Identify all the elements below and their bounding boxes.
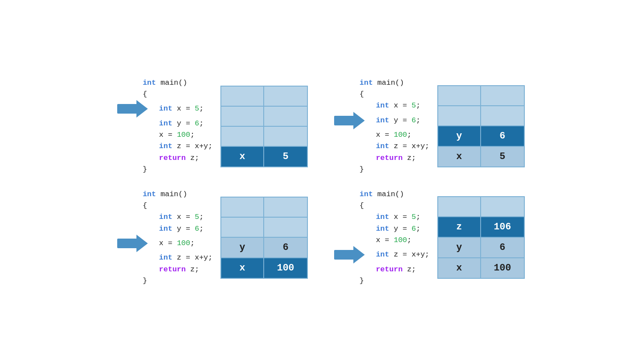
var-name-cell: y <box>438 126 481 146</box>
memory-row <box>438 106 524 126</box>
code-token: ; <box>416 211 420 223</box>
var-name-cell: x <box>221 147 264 166</box>
empty-cell <box>438 197 481 216</box>
code-token: y = <box>389 223 412 235</box>
code-line: { <box>117 200 213 211</box>
memory-row: x5 <box>221 147 307 166</box>
code-block: int main(){int x = 5;int y = 6;x = 100;i… <box>117 189 213 287</box>
code-token: 6 <box>195 223 199 235</box>
memory-table: z106y6x100 <box>437 196 525 279</box>
code-token: int <box>159 141 173 152</box>
code-token: } <box>359 164 364 175</box>
code-token: x = <box>172 103 195 114</box>
empty-cell <box>264 87 307 106</box>
code-token: ; <box>416 100 420 111</box>
code-token: int <box>159 103 173 114</box>
code-line: int y = 6; <box>334 112 429 129</box>
code-token: int <box>376 141 389 152</box>
var-value-cell: 6 <box>481 126 524 146</box>
code-token: x = <box>389 100 412 111</box>
code-token: ; <box>199 118 203 129</box>
memory-row <box>438 197 524 217</box>
code-token: ; <box>199 211 203 223</box>
code-line: } <box>334 275 429 287</box>
code-token: z; <box>186 264 199 275</box>
code-token: x = <box>376 235 394 246</box>
code-token: z; <box>403 264 416 275</box>
code-line: int x = 5; <box>334 211 429 223</box>
code-line: int z = x+y; <box>334 246 429 263</box>
empty-cell <box>481 197 524 216</box>
code-token: z; <box>403 153 416 164</box>
code-token: ; <box>407 129 412 141</box>
code-token: z = x+y; <box>172 252 213 263</box>
var-value-cell: 6 <box>481 238 524 257</box>
code-token: { <box>359 89 364 100</box>
code-token: x = <box>172 211 195 223</box>
execution-arrow <box>334 246 365 263</box>
code-token: ; <box>407 235 412 246</box>
execution-arrow <box>117 100 148 118</box>
code-line: { <box>334 89 429 100</box>
empty-cell <box>221 198 264 217</box>
code-token: y = <box>172 118 195 129</box>
panel-3: int main(){int x = 5;int y = 6;x = 100;i… <box>117 189 308 287</box>
code-token: x = <box>159 238 177 249</box>
empty-cell <box>481 86 524 105</box>
code-token: ; <box>190 238 195 249</box>
code-token: int <box>359 189 373 200</box>
code-token: ; <box>199 223 203 235</box>
code-token: int <box>376 223 389 235</box>
code-token: 6 <box>195 118 199 129</box>
code-token: int <box>159 223 173 235</box>
code-line: int main() <box>334 77 429 89</box>
code-token: int <box>376 100 389 111</box>
memory-table: x5 <box>220 86 308 167</box>
code-token: int <box>376 115 389 126</box>
code-line: return z; <box>117 264 213 275</box>
code-token: { <box>359 200 364 211</box>
code-token: ; <box>190 129 195 141</box>
memory-row: z106 <box>438 217 524 238</box>
code-token: z; <box>186 153 199 164</box>
code-token: main() <box>156 189 187 200</box>
code-line: int z = x+y; <box>334 141 429 152</box>
code-token: ; <box>199 103 203 114</box>
code-token: 100 <box>177 129 190 141</box>
code-token: main() <box>373 189 404 200</box>
memory-row: x100 <box>221 258 307 278</box>
code-token: int <box>376 249 389 260</box>
code-token: 6 <box>412 115 416 126</box>
empty-cell <box>221 87 264 106</box>
execution-arrow <box>117 235 148 252</box>
empty-cell <box>221 107 264 126</box>
code-token: x = <box>159 129 177 141</box>
code-token: int <box>359 77 373 89</box>
code-token: 5 <box>412 211 416 223</box>
code-line: return z; <box>334 153 429 164</box>
code-token: 5 <box>412 100 416 111</box>
memory-table: y6x100 <box>220 197 308 279</box>
code-line: return z; <box>334 264 429 275</box>
empty-cell <box>221 218 264 237</box>
code-token: int <box>159 118 173 129</box>
panel-4: int main(){int x = 5;int y = 6;x = 100;i… <box>334 189 525 287</box>
var-name-cell: z <box>438 217 481 237</box>
panel-1: int main(){int x = 5;int y = 6;x = 100;i… <box>117 77 308 176</box>
code-line: int main() <box>117 189 213 200</box>
empty-cell <box>438 106 481 125</box>
empty-cell <box>264 198 307 217</box>
code-token: int <box>143 189 156 200</box>
code-line: int z = x+y; <box>117 252 213 263</box>
code-line: x = 100; <box>117 235 213 252</box>
code-line: int y = 6; <box>117 223 213 235</box>
code-token: 100 <box>394 129 407 141</box>
execution-arrow <box>334 112 365 129</box>
code-token: y = <box>389 115 412 126</box>
code-block: int main(){int x = 5;int y = 6;x = 100;i… <box>334 77 429 176</box>
code-line: int y = 6; <box>117 118 213 129</box>
code-token: ; <box>416 115 420 126</box>
main-container: int main(){int x = 5;int y = 6;x = 100;i… <box>9 77 633 287</box>
code-line: x = 100; <box>334 129 429 141</box>
code-token: { <box>143 89 147 100</box>
